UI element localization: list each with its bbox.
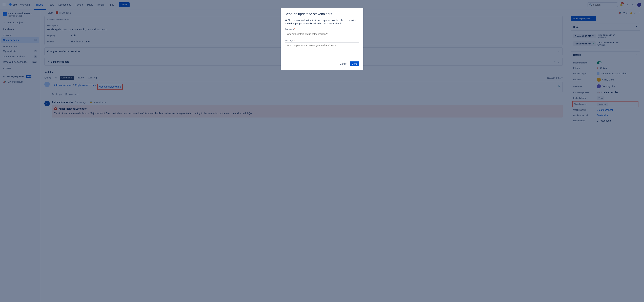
message-label: Message *	[285, 39, 359, 42]
modal-description: We'll send an email to the incident resp…	[285, 19, 359, 25]
cancel-button[interactable]: Cancel	[338, 61, 349, 66]
message-textarea[interactable]	[285, 42, 359, 58]
summary-input[interactable]	[285, 31, 359, 37]
modal-title: Send an update to stakeholders	[285, 12, 359, 16]
summary-label: Summary *	[285, 28, 359, 30]
send-button[interactable]: Send	[350, 61, 359, 66]
stakeholder-update-modal: Send an update to stakeholders We'll sen…	[281, 8, 363, 70]
